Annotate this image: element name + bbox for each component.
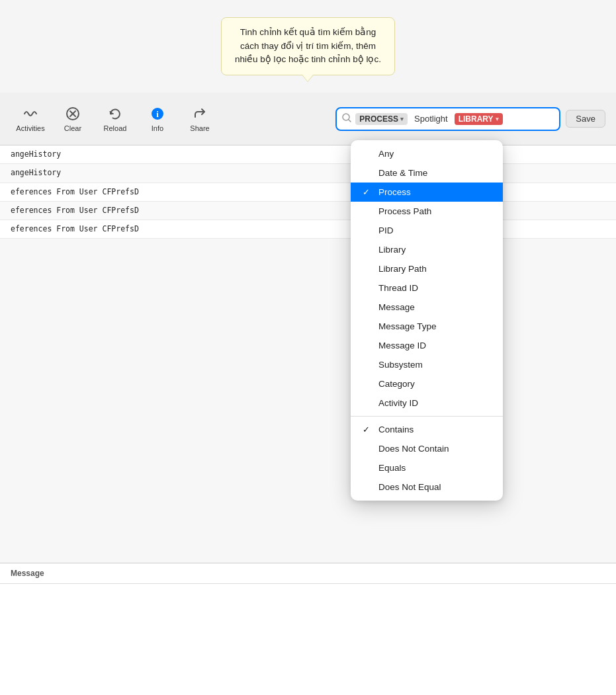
- library-chevron-icon: ▾: [496, 116, 499, 122]
- menu-item-does-not-contain[interactable]: Does Not Contain: [351, 439, 503, 458]
- menu-item-does-not-equal[interactable]: Does Not Equal: [351, 477, 503, 497]
- log-row: eferences From User CFPrefsD: [0, 183, 616, 202]
- menu-divider: [351, 416, 503, 417]
- toolbar-left: Activities Clear: [11, 97, 220, 142]
- svg-line-6: [349, 120, 351, 122]
- menu-item-contains[interactable]: ✓ Contains: [351, 420, 503, 439]
- menu-item-any[interactable]: Any: [351, 144, 503, 163]
- menu-item-library-path-label: Library Path: [378, 264, 491, 274]
- content-area: angeHistory angeHistory eferences From U…: [0, 145, 616, 695]
- toolbar-right: PROCESS ▾ Spotlight LIBRARY ▾ Save: [335, 107, 605, 131]
- log-row: angeHistory: [0, 145, 616, 164]
- share-button[interactable]: Share: [180, 97, 220, 142]
- search-icon: [342, 113, 351, 124]
- clear-button[interactable]: Clear: [53, 97, 93, 142]
- bottom-section: Message: [0, 563, 616, 695]
- library-token-label: LIBRARY: [459, 114, 494, 124]
- spotlight-token: Spotlight: [412, 112, 451, 125]
- menu-item-process-label: Process: [378, 187, 491, 197]
- reload-button[interactable]: Reload: [95, 97, 135, 142]
- menu-item-library[interactable]: Library: [351, 240, 503, 259]
- menu-item-any-label: Any: [378, 149, 491, 159]
- menu-item-pid[interactable]: PID: [351, 221, 503, 240]
- share-icon: [192, 106, 208, 122]
- log-row: angeHistory: [0, 164, 616, 183]
- menu-item-does-not-contain-label: Does Not Contain: [378, 444, 491, 454]
- search-bar[interactable]: PROCESS ▾ Spotlight LIBRARY ▾: [335, 107, 560, 131]
- menu-item-message-type-label: Message Type: [378, 321, 491, 331]
- log-rows: angeHistory angeHistory eferences From U…: [0, 145, 616, 239]
- menu-item-equals-label: Equals: [378, 463, 491, 473]
- menu-item-library-path[interactable]: Library Path: [351, 259, 503, 278]
- menu-item-datetime-label: Date & Time: [378, 168, 491, 178]
- menu-item-thread-id-label: Thread ID: [378, 283, 491, 293]
- menu-item-subsystem-label: Subsystem: [378, 360, 491, 370]
- toolbar: Activities Clear: [0, 93, 616, 145]
- process-token-label: PROCESS: [359, 114, 398, 124]
- menu-item-category[interactable]: Category: [351, 374, 503, 393]
- process-token[interactable]: PROCESS ▾: [355, 113, 408, 125]
- process-chevron-icon: ▾: [400, 116, 404, 122]
- menu-item-message-type[interactable]: Message Type: [351, 317, 503, 336]
- info-button[interactable]: i Info: [138, 97, 177, 142]
- menu-item-activity-id-label: Activity ID: [378, 398, 491, 408]
- menu-item-subsystem[interactable]: Subsystem: [351, 355, 503, 374]
- menu-item-category-label: Category: [378, 379, 491, 389]
- menu-item-datetime[interactable]: Date & Time: [351, 163, 503, 183]
- tooltip-text: Tinh chỉnh kết quả tìm kiếm bằng cách th…: [235, 27, 381, 65]
- menu-item-contains-label: Contains: [378, 425, 491, 434]
- reload-label: Reload: [104, 124, 127, 132]
- activities-icon: [22, 106, 38, 122]
- message-column-label: Message: [0, 563, 616, 584]
- menu-item-process-path[interactable]: Process Path: [351, 202, 503, 221]
- clear-icon: [65, 106, 81, 122]
- log-row: eferences From User CFPrefsD: [0, 202, 616, 220]
- save-button[interactable]: Save: [566, 110, 605, 128]
- info-label: Info: [152, 124, 163, 132]
- info-icon: i: [150, 106, 165, 122]
- check-icon-process: ✓: [363, 187, 373, 197]
- log-row: eferences From User CFPrefsD: [0, 220, 616, 239]
- activities-button[interactable]: Activities: [11, 97, 50, 142]
- activities-label: Activities: [16, 124, 44, 132]
- menu-item-message[interactable]: Message: [351, 298, 503, 317]
- svg-text:i: i: [156, 109, 159, 119]
- menu-item-message-id-label: Message ID: [378, 341, 491, 350]
- menu-item-message-id[interactable]: Message ID: [351, 336, 503, 355]
- menu-item-process[interactable]: ✓ Process: [351, 183, 503, 202]
- menu-item-process-path-label: Process Path: [378, 206, 491, 216]
- tooltip-area: Tinh chỉnh kết quả tìm kiếm bằng cách th…: [0, 0, 616, 93]
- dropdown-menu: Any Date & Time ✓ Process Process Path P…: [351, 140, 503, 501]
- check-icon-contains: ✓: [363, 425, 373, 434]
- reload-icon: [107, 106, 123, 122]
- menu-item-library-label: Library: [378, 245, 491, 255]
- menu-item-activity-id[interactable]: Activity ID: [351, 393, 503, 413]
- menu-item-does-not-equal-label: Does Not Equal: [378, 482, 491, 492]
- library-token[interactable]: LIBRARY ▾: [455, 113, 503, 125]
- menu-item-pid-label: PID: [378, 225, 491, 235]
- menu-item-thread-id[interactable]: Thread ID: [351, 278, 503, 298]
- menu-item-message-label: Message: [378, 302, 491, 312]
- clear-label: Clear: [64, 124, 81, 132]
- menu-item-equals[interactable]: Equals: [351, 458, 503, 477]
- share-label: Share: [190, 124, 209, 132]
- main-window: Tinh chỉnh kết quả tìm kiếm bằng cách th…: [0, 0, 616, 695]
- tooltip-box: Tinh chỉnh kết quả tìm kiếm bằng cách th…: [221, 17, 395, 76]
